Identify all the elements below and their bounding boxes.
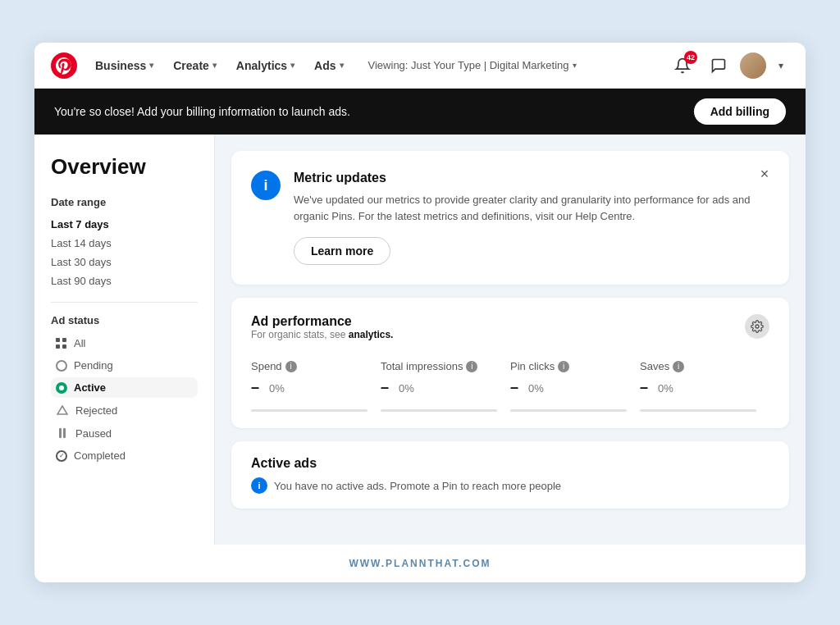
page-footer: WWW.PLANNTHAT.COM <box>34 545 806 582</box>
metric-impressions: Total impressions i – 0% <box>381 360 510 412</box>
ad-performance-subtitle: For organic stats, see analytics. <box>251 329 393 340</box>
triangle-icon <box>56 404 69 417</box>
create-chevron-icon: ▾ <box>212 61 217 70</box>
impressions-info-icon[interactable]: i <box>466 361 477 372</box>
metric-updates-text: Metric updates We've updated our metrics… <box>294 171 769 224</box>
sidebar: Overview Date range Last 7 days Last 14 … <box>34 135 215 545</box>
analytics-link[interactable]: analytics. <box>349 329 394 340</box>
status-all[interactable]: All <box>51 333 198 354</box>
spend-info-icon[interactable]: i <box>285 361 297 372</box>
analytics-chevron-icon: ▾ <box>290 61 294 70</box>
sidebar-divider <box>51 302 198 303</box>
saves-info-icon[interactable]: i <box>673 361 684 372</box>
metric-updates-title: Metric updates <box>294 171 769 185</box>
status-completed[interactable]: ✓ Completed <box>51 445 198 466</box>
date-range-item-30days[interactable]: Last 30 days <box>51 253 198 271</box>
metric-updates-description: We've updated our metrics to provide gre… <box>294 192 769 224</box>
ad-performance-card: Ad performance For organic stats, see an… <box>231 298 789 428</box>
sidebar-title: Overview <box>51 154 198 180</box>
message-icon <box>710 57 727 74</box>
status-active[interactable]: Active <box>51 377 198 398</box>
viewing-chevron-icon: ▾ <box>573 61 577 70</box>
nav-business[interactable]: Business ▾ <box>87 54 162 77</box>
nav-ads[interactable]: Ads ▾ <box>306 54 351 77</box>
ads-chevron-icon: ▾ <box>340 61 344 70</box>
metric-pin-clicks: Pin clicks i – 0% <box>510 360 640 412</box>
svg-point-0 <box>51 52 77 79</box>
content-area: × i Metric updates We've updated our met… <box>215 135 806 545</box>
impressions-bar <box>381 409 497 412</box>
ad-status-label: Ad status <box>51 314 198 326</box>
status-pending[interactable]: Pending <box>51 355 198 376</box>
user-avatar[interactable] <box>740 52 766 79</box>
pinterest-logo <box>51 52 77 79</box>
main-layout: Overview Date range Last 7 days Last 14 … <box>34 135 806 545</box>
nav-analytics[interactable]: Analytics ▾ <box>228 54 303 77</box>
pin-clicks-info-icon[interactable]: i <box>558 361 569 372</box>
info-icon: i <box>251 171 281 200</box>
grid-icon <box>56 338 67 349</box>
billing-banner: You're so close! Add your billing inform… <box>34 89 806 135</box>
svg-point-1 <box>756 325 759 328</box>
add-billing-button[interactable]: Add billing <box>694 98 786 125</box>
navbar: Business ▾ Create ▾ Analytics ▾ Ads ▾ Vi… <box>34 43 806 89</box>
status-paused[interactable]: Paused <box>51 422 198 444</box>
active-ads-card: Active ads i You have no active ads. Pro… <box>231 441 789 509</box>
pin-clicks-bar <box>510 409 627 412</box>
gear-icon <box>751 320 764 333</box>
settings-button[interactable] <box>745 314 769 339</box>
notifications-button[interactable]: 42 <box>668 51 697 80</box>
nav-viewing[interactable]: Viewing: Just Your Type | Digital Market… <box>358 54 587 76</box>
active-dot-icon <box>56 382 67 394</box>
billing-banner-text: You're so close! Add your billing inform… <box>54 105 350 118</box>
metric-updates-card: × i Metric updates We've updated our met… <box>231 151 789 285</box>
messages-button[interactable] <box>704 51 733 80</box>
active-ads-info: i You have no active ads. Promote a Pin … <box>251 477 769 494</box>
saves-bar <box>640 409 756 412</box>
date-range-item-7days[interactable]: Last 7 days <box>51 215 198 234</box>
date-range-item-14days[interactable]: Last 14 days <box>51 234 198 253</box>
clock-icon <box>56 360 67 372</box>
footer-text: WWW.PLANNTHAT.COM <box>349 558 491 569</box>
date-range-item-90days[interactable]: Last 90 days <box>51 271 198 290</box>
notification-count: 42 <box>684 51 697 64</box>
nav-right-actions: 42 ▾ <box>668 51 789 80</box>
pause-icon <box>56 427 69 440</box>
account-dropdown-button[interactable]: ▾ <box>773 51 789 80</box>
close-button[interactable]: × <box>753 162 776 185</box>
date-range-label: Date range <box>51 196 198 208</box>
business-chevron-icon: ▾ <box>149 61 153 70</box>
check-circle-icon: ✓ <box>56 450 67 462</box>
metric-spend: Spend i – 0% <box>251 360 381 412</box>
account-chevron-icon: ▾ <box>778 60 783 71</box>
learn-more-button[interactable]: Learn more <box>294 237 390 265</box>
active-ads-info-icon: i <box>251 477 267 494</box>
metric-saves: Saves i – 0% <box>640 360 769 412</box>
active-ads-title: Active ads <box>251 456 769 471</box>
metrics-row: Spend i – 0% Total impressions i <box>251 360 769 412</box>
spend-bar <box>251 409 368 412</box>
ad-performance-title: Ad performance <box>251 314 393 329</box>
nav-create[interactable]: Create ▾ <box>165 54 225 77</box>
status-rejected[interactable]: Rejected <box>51 399 198 421</box>
